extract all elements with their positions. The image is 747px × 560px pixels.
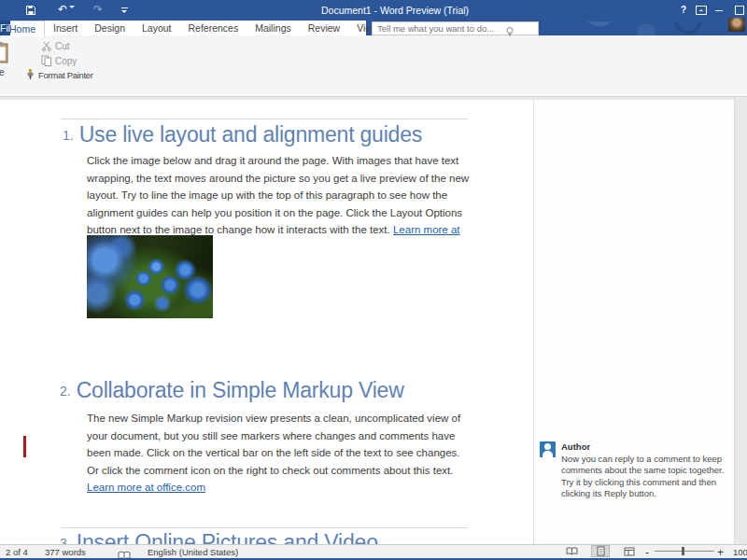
save-icon	[25, 5, 36, 16]
heading-top-border	[61, 527, 468, 528]
section1-heading[interactable]: 1.Use live layout and alignment guides	[63, 122, 422, 147]
cut-icon	[41, 41, 52, 51]
section2-heading[interactable]: 2.Collaborate in Simple Markup View	[60, 378, 404, 403]
format-painter-button[interactable]: Format Painter	[25, 69, 93, 81]
paste-icon	[0, 41, 10, 63]
section2-link-line: Learn more at office.com	[87, 479, 205, 497]
format-painter-icon	[25, 69, 35, 81]
zoom-out-button[interactable]: -	[645, 546, 649, 559]
help-icon: ?	[681, 5, 686, 15]
ribbon-tab-row: Home Insert Design Layout References Mai…	[0, 21, 366, 35]
tab-insert[interactable]: Insert	[45, 21, 86, 35]
customize-qat-button[interactable]	[121, 7, 128, 16]
read-mode-icon	[566, 547, 578, 555]
comment-author: Author	[561, 441, 726, 454]
tab-file[interactable]: File	[0, 21, 10, 35]
revision-bar[interactable]	[23, 436, 26, 457]
comment-text: Now you can reply to a comment to keep c…	[561, 454, 726, 500]
web-layout-button[interactable]	[620, 545, 639, 557]
comment-card[interactable]: Author Now you can reply to a comment to…	[540, 441, 726, 500]
ribbon-display-icon	[696, 6, 707, 15]
comments-pane-divider	[533, 100, 534, 544]
help-button[interactable]: ?	[678, 5, 689, 15]
tab-references[interactable]: References	[180, 21, 247, 35]
web-layout-icon	[624, 547, 635, 556]
tab-design[interactable]: Design	[86, 21, 134, 35]
page-indicator[interactable]: 2 of 4	[6, 547, 28, 557]
zoom-level[interactable]: 100%	[733, 547, 747, 557]
tab-mailings[interactable]: Mailings	[247, 21, 300, 35]
copy-button[interactable]: Copy	[41, 55, 77, 66]
language-status[interactable]: English (United States)	[148, 547, 238, 557]
tab-layout[interactable]: Layout	[134, 21, 180, 35]
lightbulb-icon	[505, 23, 514, 40]
tab-review[interactable]: Review	[300, 21, 348, 35]
print-layout-button[interactable]	[591, 545, 610, 557]
zoom-in-button[interactable]: +	[717, 546, 724, 559]
save-button[interactable]	[25, 5, 36, 18]
user-avatar[interactable]	[728, 18, 745, 32]
ribbon	[0, 35, 747, 97]
word-count[interactable]: 377 words	[45, 547, 86, 557]
customize-qat-icon	[121, 7, 128, 8]
zoom-slider[interactable]	[655, 551, 714, 552]
zoom-slider-thumb[interactable]	[682, 547, 684, 555]
word-window: ↶ ↷ Document1 - Word Preview (Trial) ? H…	[0, 0, 747, 560]
section2-paragraph[interactable]: The new Simple Markup revision view pres…	[87, 410, 470, 479]
redo-button[interactable]: ↷	[93, 4, 103, 15]
maximize-button[interactable]	[735, 6, 744, 15]
cut-button[interactable]: Cut	[41, 41, 70, 51]
print-layout-icon	[597, 546, 605, 556]
office-link[interactable]: Learn more at office.com	[87, 482, 205, 493]
undo-icon: ↶	[58, 3, 67, 16]
vertical-scrollbar[interactable]	[734, 96, 747, 544]
read-mode-button[interactable]	[562, 545, 581, 557]
copy-icon	[41, 55, 52, 66]
heading-top-border	[61, 119, 468, 119]
paste-button[interactable]: Paste	[0, 41, 10, 67]
undo-button[interactable]: ↶	[58, 4, 75, 15]
document-area: 1.Use live layout and alignment guides C…	[0, 96, 747, 544]
window-title: Document1 - Word Preview (Trial)	[321, 5, 469, 16]
redo-icon: ↷	[93, 3, 103, 16]
ribbon-display-button[interactable]	[696, 6, 707, 15]
minimize-button[interactable]	[715, 10, 723, 11]
flowers-image[interactable]	[87, 235, 213, 318]
comment-author-icon	[540, 441, 556, 457]
